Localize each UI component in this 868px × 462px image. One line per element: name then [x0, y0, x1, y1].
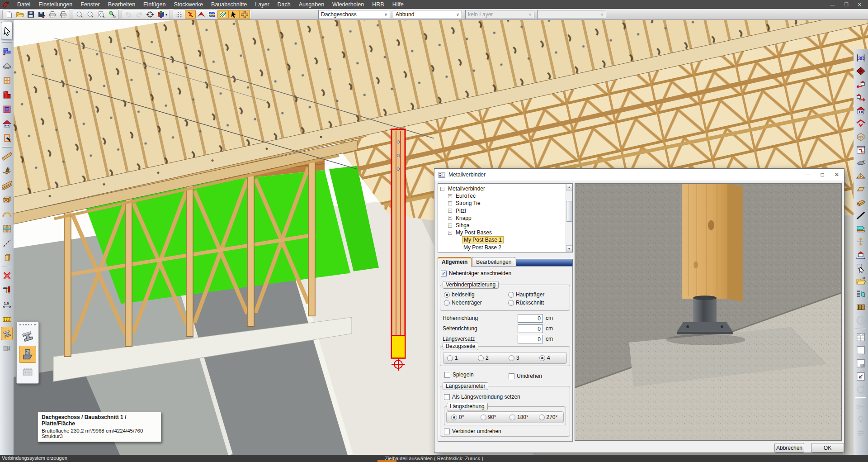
steel-beam-item[interactable] [19, 328, 36, 345]
scroll-thumb[interactable] [566, 201, 572, 222]
restore-button[interactable]: ❐ [844, 2, 849, 8]
auto-cut-icon[interactable] [185, 10, 196, 19]
tree-item-metallverbinder[interactable]: −Metallverbinder [439, 185, 572, 192]
menu-stockwerke[interactable]: Stockwerke [170, 0, 207, 9]
delete-tool[interactable] [1, 269, 13, 282]
expand-icon[interactable]: + [448, 194, 452, 198]
window-tool[interactable] [1, 73, 13, 87]
dialog-titlebar[interactable]: Metallverbinder – □ ✕ [434, 169, 844, 181]
roof-tool[interactable] [1, 88, 13, 101]
collapse-icon[interactable]: − [440, 187, 444, 191]
beam-tool[interactable] [1, 149, 13, 163]
view-front[interactable] [854, 104, 867, 117]
scroll-up-icon[interactable]: ▲ [566, 184, 572, 191]
checkbox-nebentraeger-anschneiden[interactable]: ✓Nebenträger anschneiden [441, 270, 511, 276]
component-list[interactable] [854, 288, 867, 300]
edit-tool[interactable] [1, 283, 13, 297]
menu-einstellungen[interactable]: Einstellungen [34, 0, 76, 9]
tree-scrollbar[interactable]: ▲ ▼ [566, 184, 572, 252]
radio-placement-nebenträger[interactable]: Nebenträger [444, 300, 508, 306]
detail-window[interactable] [854, 143, 867, 156]
construction-line-tool[interactable] [1, 236, 13, 250]
select-box[interactable] [854, 262, 867, 274]
timber-joint-icon[interactable] [239, 10, 250, 19]
radio-bezugsseite-3[interactable]: 3 [505, 355, 536, 361]
mode-select[interactable]: Abbund∨ [393, 10, 462, 19]
radio-bezugsseite-4[interactable]: 4 [536, 355, 566, 361]
expand-icon[interactable]: + [448, 209, 452, 213]
radio-bezugsseite-2[interactable]: 2 [474, 355, 505, 361]
window-split[interactable] [854, 331, 867, 343]
truss-view[interactable] [854, 170, 867, 182]
center-view-icon[interactable] [145, 10, 156, 19]
rafter-tool[interactable] [1, 178, 13, 192]
surface-display-icon[interactable] [217, 10, 228, 19]
radio-laengsdrehung-0°[interactable]: 0° [447, 414, 476, 420]
house-tool[interactable] [1, 117, 13, 130]
tree-item-eurotec[interactable]: +EuroTec [439, 192, 572, 200]
cancel-button[interactable]: Abbrechen [774, 443, 804, 452]
profile-view[interactable] [854, 222, 867, 235]
connector-preview[interactable] [575, 183, 842, 441]
crane-view[interactable] [854, 157, 867, 169]
wire-view[interactable] [854, 130, 867, 143]
expand-icon[interactable]: + [448, 201, 452, 205]
ok-button[interactable]: OK [811, 443, 844, 452]
expand-icon[interactable]: + [448, 224, 452, 228]
menu-fenster[interactable]: Fenster [76, 0, 104, 9]
radio-bezugsseite-1[interactable]: 1 [443, 355, 474, 361]
view-3d[interactable]: 3D [854, 52, 867, 64]
roof-plan-view[interactable] [854, 65, 867, 77]
view-right[interactable] [854, 91, 867, 104]
roof-covering-tool[interactable] [1, 59, 13, 72]
roof-display-icon[interactable] [196, 10, 207, 19]
menu-bearbeiten[interactable]: Bearbeiten [104, 0, 139, 9]
menu-datei[interactable]: Datei [13, 0, 34, 9]
dimension-tool[interactable]: 1.0 [1, 298, 13, 311]
view-left[interactable] [854, 78, 867, 90]
scroll-down-icon[interactable]: ▼ [566, 245, 572, 252]
selected-post[interactable] [392, 129, 405, 371]
collapse-icon[interactable]: − [448, 231, 452, 235]
radio-laengsdrehung-180°[interactable]: 180° [505, 414, 534, 420]
tab-allgemein[interactable]: Allgemein [438, 257, 472, 267]
tab-bearbeitungen[interactable]: Bearbeitungen [472, 257, 515, 267]
dialog-minimize-button[interactable]: – [801, 169, 815, 181]
tree-item-knapp[interactable]: +Knapp [439, 214, 572, 222]
field-input-höhenrichtung[interactable]: 0 [518, 314, 543, 323]
view-cube-dropdown-arrow[interactable]: ▾ [165, 13, 167, 17]
wall-framing-tool[interactable] [1, 222, 13, 235]
ceiling-tool[interactable] [1, 102, 13, 116]
open-file-icon[interactable] [14, 10, 25, 19]
tree-item-my-post-bases[interactable]: −My Post Bases [439, 229, 572, 236]
door-tool[interactable] [1, 131, 13, 145]
measure-tool[interactable]: 1 2 3 [1, 312, 13, 326]
menu-hrb[interactable]: HRB [368, 0, 388, 9]
tree-item-my-post-base-1[interactable]: My Post Base 1 [439, 236, 572, 243]
close-button[interactable]: ✕ [858, 2, 862, 8]
zoom-section-icon[interactable] [85, 10, 96, 19]
menu-wiederholen[interactable]: Wiederholen [328, 0, 368, 9]
checkbox-verbinder-umdrehen[interactable]: Verbinder umdrehen [444, 428, 501, 434]
roof-slopes-view[interactable] [854, 117, 867, 130]
post-tool[interactable] [1, 251, 13, 264]
snap-lines-icon[interactable] [174, 10, 185, 19]
arc-tool[interactable] [1, 207, 13, 221]
radio-laengsdrehung-270°[interactable]: 270° [534, 414, 564, 420]
radio-placement-rückschnitt[interactable]: Rückschnitt [508, 300, 568, 306]
timber-tool[interactable] [1, 193, 13, 206]
wall-tool[interactable] [1, 44, 13, 58]
metal-bracket-item[interactable] [19, 346, 36, 363]
radio-placement-beidseitig[interactable]: beidseitig [444, 291, 508, 298]
select-tool[interactable] [1, 22, 13, 40]
open-building[interactable] [854, 275, 867, 287]
print-view-icon[interactable] [58, 10, 69, 19]
new-file-icon[interactable] [4, 10, 14, 19]
building-section[interactable] [854, 248, 867, 261]
minimize-button[interactable]: — [830, 2, 835, 8]
expand-icon[interactable]: + [448, 216, 452, 220]
menu-ausgaben[interactable]: Ausgaben [295, 0, 328, 9]
dialog-close-button[interactable]: ✕ [830, 169, 844, 181]
window-part[interactable] [854, 357, 867, 370]
save-as-icon[interactable] [36, 10, 47, 19]
